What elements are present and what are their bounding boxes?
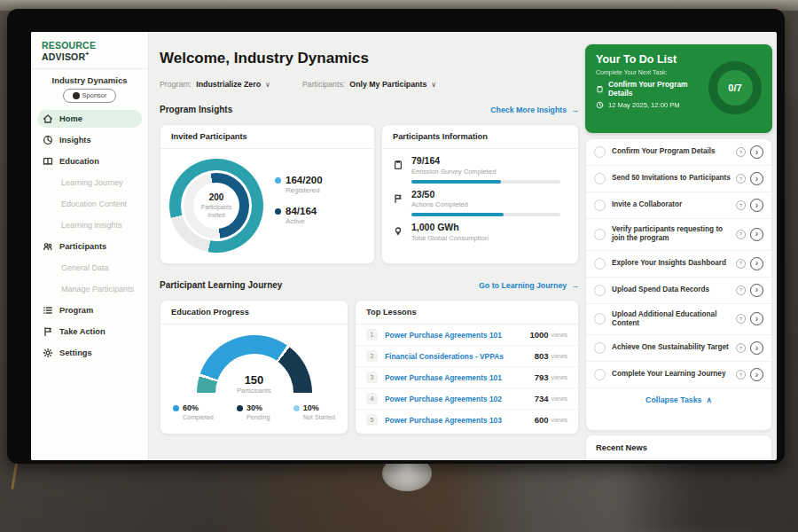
participants-dropdown[interactable]: Participants: Only My Participants ∨ <box>302 80 436 89</box>
chevron-right-button[interactable]: › <box>750 341 763 355</box>
lesson-link[interactable]: Power Purchase Agreements 101 <box>385 331 529 340</box>
help-icon[interactable]: ? <box>736 200 746 210</box>
take-action-icon <box>43 326 53 337</box>
chevron-right-button[interactable]: › <box>750 257 763 270</box>
task-checkbox[interactable] <box>594 369 606 380</box>
lesson-views: 803 <box>535 351 549 361</box>
todo-progress-value: 0/7 <box>728 82 741 93</box>
sidebar-item-label: Home <box>59 114 82 123</box>
task-checkbox[interactable] <box>594 146 606 158</box>
task-checkbox[interactable] <box>594 173 606 184</box>
chevron-right-button[interactable]: › <box>750 228 763 241</box>
task-checkbox[interactable] <box>594 342 606 354</box>
check-more-insights-link[interactable]: Check More Insights → <box>490 106 579 114</box>
lesson-link[interactable]: Power Purchase Agreements 101 <box>385 373 535 382</box>
task-checkbox[interactable] <box>594 258 606 270</box>
help-icon[interactable]: ? <box>736 174 746 184</box>
help-icon[interactable]: ? <box>736 286 746 295</box>
sidebar-item-participants[interactable]: Participants <box>37 238 142 255</box>
task-label: Complete Your Learning Journey <box>612 370 732 379</box>
chevron-right-button[interactable]: › <box>750 284 763 297</box>
task-row[interactable]: Invite a Collaborator ? › <box>586 192 771 219</box>
participants-information-card: Participants Information 79/164 Emission… <box>381 124 579 264</box>
task-row[interactable]: Explore Your Insights Dashboard ? › <box>586 251 771 278</box>
task-row[interactable]: Upload Spend Data Records ? › <box>586 278 771 304</box>
legend-dot <box>275 177 281 184</box>
lightbulb-icon <box>393 224 404 242</box>
lesson-row[interactable]: 2 Financial Considerations - VPPAs 803 v… <box>356 346 578 367</box>
program-dropdown[interactable]: Program: Industrialize Zero ∨ <box>160 80 270 89</box>
help-icon[interactable]: ? <box>736 343 746 353</box>
lesson-link[interactable]: Power Purchase Agreements 103 <box>385 416 535 425</box>
logo-secondary: ADVISOR <box>42 51 85 62</box>
chevron-right-button[interactable]: › <box>750 199 763 212</box>
card-title: Top Lessons <box>356 301 578 325</box>
stat-actions-completed: 23/50 Actions Completed <box>393 190 567 217</box>
lesson-row[interactable]: 1 Power Purchase Agreements 101 1000 vie… <box>356 325 578 346</box>
task-row[interactable]: Verify participants requesting to join t… <box>586 219 771 251</box>
logo-primary: RESOURCE <box>42 40 96 51</box>
legend-value: 10% <box>303 403 319 412</box>
sidebar-item-general-data[interactable]: General Data <box>37 259 142 277</box>
task-row[interactable]: Upload Additional Educational Content ? … <box>586 304 771 336</box>
sidebar-item-label: Manage Participants <box>61 285 134 293</box>
lesson-row[interactable]: 3 Power Purchase Agreements 101 793 view… <box>356 367 578 388</box>
chevron-right-button[interactable]: › <box>750 368 763 381</box>
lesson-views: 1000 <box>529 330 548 340</box>
task-checkbox[interactable] <box>594 200 606 211</box>
help-icon[interactable]: ? <box>736 259 746 269</box>
home-icon <box>43 113 53 124</box>
sidebar-item-label: General Data <box>61 263 109 272</box>
collapse-tasks-link[interactable]: Collapse Tasks ∧ <box>586 388 771 411</box>
legend-dot <box>275 208 281 215</box>
task-row[interactable]: Confirm Your Program Details ? › <box>586 139 771 166</box>
sidebar-item-label: Settings <box>59 348 92 357</box>
legend-value: 164/200 <box>286 175 323 185</box>
task-row[interactable]: Complete Your Learning Journey ? › <box>586 362 771 388</box>
stat-value: 79/164 <box>411 156 560 167</box>
collapse-label: Collapse Tasks <box>645 395 701 404</box>
sidebar-item-label: Learning Insights <box>61 221 122 230</box>
chevron-down-icon: ∨ <box>265 81 270 89</box>
sidebar-item-label: Education Content <box>61 200 127 208</box>
participants-icon <box>43 241 53 252</box>
task-label: Send 50 Invitations to Participants <box>612 174 732 183</box>
sidebar-item-settings[interactable]: Settings <box>37 344 142 362</box>
task-checkbox[interactable] <box>594 229 606 240</box>
recent-news-card: Recent News <box>585 434 772 460</box>
lesson-rank: 3 <box>366 372 378 383</box>
sidebar-item-manage-participants[interactable]: Manage Participants <box>37 280 142 298</box>
task-checkbox[interactable] <box>594 285 606 296</box>
sidebar-item-learning-journey[interactable]: Learning Journey <box>37 174 142 192</box>
sidebar-item-program[interactable]: Program <box>37 301 142 319</box>
link-label: Go to Learning Journey <box>479 281 567 290</box>
todo-task-list: Confirm Your Program Details ? › Send 50… <box>585 138 772 431</box>
clipboard-icon <box>393 158 404 184</box>
lesson-row[interactable]: 5 Power Purchase Agreements 103 600 view… <box>356 410 578 430</box>
help-icon[interactable]: ? <box>736 230 746 239</box>
task-checkbox[interactable] <box>594 313 606 325</box>
go-to-learning-journey-link[interactable]: Go to Learning Journey → <box>479 281 579 290</box>
sidebar-item-education-content[interactable]: Education Content <box>37 195 142 213</box>
task-row[interactable]: Send 50 Invitations to Participants ? › <box>586 166 771 192</box>
help-icon[interactable]: ? <box>736 370 746 379</box>
clock-icon <box>596 101 604 109</box>
lesson-rank: 1 <box>366 329 378 340</box>
lesson-link[interactable]: Financial Considerations - VPPAs <box>385 352 535 361</box>
chevron-right-button[interactable]: › <box>750 172 763 185</box>
chevron-right-button[interactable]: › <box>750 145 763 159</box>
help-icon[interactable]: ? <box>736 314 746 324</box>
lesson-link[interactable]: Power Purchase Agreements 102 <box>385 395 535 403</box>
help-icon[interactable]: ? <box>736 147 746 157</box>
chevron-right-button[interactable]: › <box>750 312 763 325</box>
legend-label: Not Started <box>303 413 335 421</box>
sidebar-item-take-action[interactable]: Take Action <box>37 323 142 340</box>
sidebar-item-home[interactable]: Home <box>37 110 142 128</box>
progress-bar <box>411 213 560 216</box>
sidebar-item-education[interactable]: Education <box>37 153 142 170</box>
task-row[interactable]: Achieve One Sustainability Target ? › <box>586 335 771 362</box>
lesson-row[interactable]: 4 Power Purchase Agreements 102 734 view… <box>356 388 578 410</box>
sidebar-item-insights[interactable]: Insights <box>37 131 142 149</box>
legend-item-completed: 60% Completed <box>173 403 214 421</box>
sidebar-item-learning-insights[interactable]: Learning Insights <box>37 216 142 234</box>
